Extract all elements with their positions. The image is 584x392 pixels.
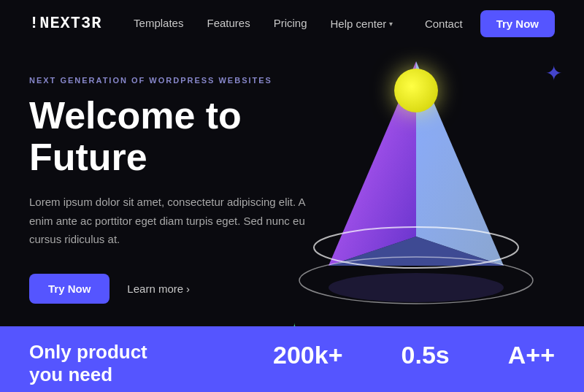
metric-0-5s: 0.5s	[402, 341, 450, 369]
hero-content: NEXT GENERATION OF WORDPRESS WEBSITES We…	[29, 76, 336, 304]
nav-item-pricing[interactable]: Pricing	[274, 17, 307, 30]
nav-links: Templates Features Pricing Help center ▾	[134, 17, 393, 30]
hero-actions: Try Now Learn more ›	[29, 274, 336, 304]
stats-bar: Only product you need 200k+ 0.5s A++	[0, 326, 584, 392]
metric-aplus: A++	[508, 341, 555, 369]
hero-title: Welcome to Future	[29, 95, 336, 178]
stats-headline: Only product	[29, 341, 244, 364]
chevron-down-icon: ▾	[389, 20, 393, 28]
stats-headline-2: you need	[29, 364, 244, 386]
nav-link-features[interactable]: Features	[207, 17, 250, 29]
stats-metrics: 200k+ 0.5s A++	[273, 341, 555, 369]
learn-more-arrow: ›	[186, 283, 190, 295]
nav-link-templates[interactable]: Templates	[134, 17, 183, 29]
nav-item-templates[interactable]: Templates	[134, 17, 183, 30]
metric-200k: 200k+	[273, 341, 343, 369]
hero-eyebrow: NEXT GENERATION OF WORDPRESS WEBSITES	[29, 76, 336, 85]
stats-headline-line2: you need	[29, 364, 112, 385]
hero-section: ✦	[0, 47, 584, 346]
nav-item-help[interactable]: Help center ▾	[331, 18, 393, 30]
hero-try-now-button[interactable]: Try Now	[29, 274, 110, 304]
try-now-button[interactable]: Try Now	[480, 10, 555, 37]
svg-point-5	[328, 273, 504, 302]
yellow-orb-decoration	[394, 69, 438, 112]
navbar: !NEXT3R Templates Features Pricing Help …	[0, 0, 584, 47]
nav-item-features[interactable]: Features	[207, 17, 250, 30]
logo[interactable]: !NEXT3R	[29, 15, 101, 33]
hero-description: Lorem ipsum dolor sit amet, consectetur …	[29, 193, 307, 249]
learn-more-link[interactable]: Learn more ›	[127, 283, 190, 295]
stats-headline-line1: Only product	[29, 341, 147, 363]
nav-link-pricing[interactable]: Pricing	[274, 17, 307, 29]
nav-link-help[interactable]: Help center	[331, 18, 387, 30]
star-decoration-top-right: ✦	[545, 61, 562, 85]
nav-right: Contact Try Now	[425, 10, 555, 37]
stats-left: Only product you need	[29, 341, 244, 386]
contact-link[interactable]: Contact	[425, 18, 463, 30]
learn-more-label: Learn more	[127, 283, 183, 295]
